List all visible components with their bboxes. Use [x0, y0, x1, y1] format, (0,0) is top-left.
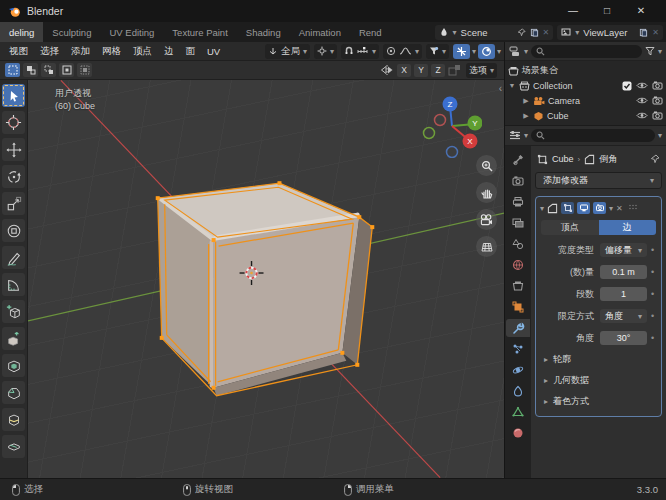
tab-object-data[interactable] — [506, 403, 530, 421]
cube-label[interactable]: Cube — [547, 111, 569, 121]
toggle-perspective-button[interactable] — [476, 236, 497, 257]
outliner-search-input[interactable] — [531, 45, 642, 58]
segments-field[interactable]: 1 — [600, 287, 647, 301]
maximize-button[interactable]: □ — [590, 0, 624, 22]
tab-sculpting[interactable]: Sculpting — [43, 22, 100, 42]
collection-disclosure[interactable]: ▼ — [508, 82, 516, 89]
menu-face[interactable]: 面 — [180, 45, 202, 58]
transform-orientation-dropdown[interactable]: 全局 ▾ — [265, 44, 310, 59]
viewlayer-browse-chevron[interactable]: ▾ — [575, 28, 579, 37]
tab-material[interactable] — [506, 424, 530, 442]
filter-funnel-icon[interactable] — [645, 46, 655, 56]
tab-object[interactable] — [506, 298, 530, 316]
breadcrumb-object[interactable]: Cube — [552, 154, 574, 164]
select-mode-new-button[interactable] — [5, 63, 20, 77]
tab-animation[interactable]: Animation — [290, 22, 350, 42]
menu-uv[interactable]: UV — [201, 46, 226, 57]
section-profile[interactable]: ▸ 轮廓 — [539, 349, 658, 370]
properties-search-input[interactable] — [531, 129, 655, 142]
tool-loop-cut[interactable] — [2, 408, 25, 431]
menu-add[interactable]: 添加 — [65, 45, 96, 58]
camera-disclosure[interactable]: ▶ — [522, 97, 530, 105]
tab-rendering[interactable]: Rend — [350, 22, 391, 42]
menu-vertex[interactable]: 顶点 — [127, 45, 158, 58]
viewlayer-name[interactable]: ViewLayer — [583, 27, 635, 38]
toggle-render-display[interactable] — [593, 202, 606, 214]
tool-add-cube[interactable] — [2, 300, 25, 323]
outliner-row-scene-collection[interactable]: 场景集合 — [508, 63, 663, 78]
section-shading[interactable]: ▸ 着色方式 — [539, 391, 658, 412]
show-gizmo-toggle[interactable] — [453, 44, 470, 59]
3d-viewport[interactable]: 用户透视 (60) Cube ‹ — [28, 80, 504, 478]
new-viewlayer-icon[interactable] — [639, 28, 648, 37]
select-mode-invert-button[interactable] — [59, 63, 74, 77]
remove-viewlayer-icon[interactable]: ✕ — [652, 28, 659, 37]
visibility-filter-dropdown[interactable]: ▾ — [426, 44, 449, 59]
breadcrumb-modifier[interactable]: 倒角 — [599, 153, 617, 166]
outliner-row-camera[interactable]: ▶ Camera — [508, 93, 663, 108]
close-button[interactable]: ✕ — [624, 0, 658, 22]
pivot-point-dropdown[interactable]: ▾ — [314, 44, 337, 59]
breadcrumb-pin-icon[interactable] — [650, 154, 660, 164]
tool-annotate[interactable] — [2, 246, 25, 269]
options-dropdown[interactable]: 选项 ▾ — [466, 63, 497, 78]
tab-physics[interactable] — [506, 361, 530, 379]
tool-knife[interactable] — [2, 435, 25, 458]
scene-browse-chevron[interactable]: ▾ — [453, 28, 457, 37]
limit-animate-dot[interactable]: • — [647, 311, 658, 321]
toggle-realtime-display[interactable] — [577, 202, 590, 214]
tab-modifiers[interactable] — [506, 319, 530, 337]
gizmo-neg-y[interactable] — [424, 128, 435, 139]
properties-filter-chevron[interactable]: ▾ — [658, 131, 662, 140]
proportional-edit-dropdown[interactable]: ▾ — [383, 44, 422, 59]
limit-method-dropdown[interactable]: 角度 ▾ — [600, 309, 647, 323]
scene-browse-icon[interactable] — [439, 27, 449, 37]
mirror-icon[interactable] — [380, 64, 394, 76]
width-type-dropdown[interactable]: 偏移量 ▾ — [600, 243, 647, 257]
zoom-button[interactable] — [476, 155, 497, 176]
tab-texture-paint[interactable]: Texture Paint — [163, 22, 236, 42]
camera-render-icon[interactable] — [652, 96, 663, 105]
navigation-gizmo[interactable]: Z Y X — [422, 88, 482, 158]
add-modifier-button[interactable]: 添加修改器 ▾ — [535, 172, 662, 189]
mirror-y-toggle[interactable]: Y — [414, 64, 428, 77]
scene-name[interactable]: Scene — [461, 27, 513, 38]
tab-view-layer[interactable] — [506, 214, 530, 232]
segments-animate-dot[interactable]: • — [647, 289, 658, 299]
gizmo-neg-x[interactable] — [435, 115, 446, 126]
modifier-extras-chevron[interactable]: ▾ — [609, 204, 613, 213]
tab-output[interactable] — [506, 193, 530, 211]
properties-editor-icon[interactable] — [509, 130, 521, 141]
new-scene-icon[interactable] — [530, 28, 539, 37]
overlays-toggle-chevron[interactable]: ▾ — [497, 47, 501, 56]
camera-label[interactable]: Camera — [548, 96, 580, 106]
tab-modeling[interactable]: deling — [0, 22, 43, 42]
tool-inset-faces[interactable] — [2, 354, 25, 377]
section-geometry[interactable]: ▸ 几何数据 — [539, 370, 658, 391]
viewlayer-browse-icon[interactable] — [561, 27, 571, 37]
cube-eye-icon[interactable] — [636, 111, 648, 120]
minimize-button[interactable]: — — [556, 0, 590, 22]
pin-icon[interactable] — [517, 28, 526, 37]
filter-chevron[interactable]: ▾ — [658, 47, 662, 56]
width-type-animate-dot[interactable]: • — [647, 245, 658, 255]
camera-eye-icon[interactable] — [636, 96, 648, 105]
unlink-scene-icon[interactable]: ✕ — [543, 28, 550, 37]
collection-checkbox[interactable] — [622, 81, 632, 91]
tab-render[interactable] — [506, 172, 530, 190]
viewlayer-selector[interactable]: ▾ ViewLayer ✕ — [557, 25, 663, 40]
tool-rotate[interactable] — [2, 165, 25, 188]
cube-render-icon[interactable] — [652, 111, 663, 120]
scene-selector[interactable]: ▾ Scene ✕ — [435, 25, 554, 40]
modifier-close-button[interactable]: ✕ — [616, 204, 623, 213]
amount-animate-dot[interactable]: • — [647, 267, 658, 277]
camera-view-button[interactable] — [476, 209, 497, 230]
tool-move[interactable] — [2, 138, 25, 161]
modifier-expand-chevron[interactable]: ▾ — [540, 204, 544, 213]
tab-tool[interactable] — [506, 151, 530, 169]
tool-bevel[interactable] — [2, 381, 25, 404]
collection-label[interactable]: Collection — [533, 81, 573, 91]
tool-scale[interactable] — [2, 192, 25, 215]
collection-render-icon[interactable] — [652, 81, 663, 90]
properties-editor-chevron[interactable]: ▾ — [524, 131, 528, 140]
